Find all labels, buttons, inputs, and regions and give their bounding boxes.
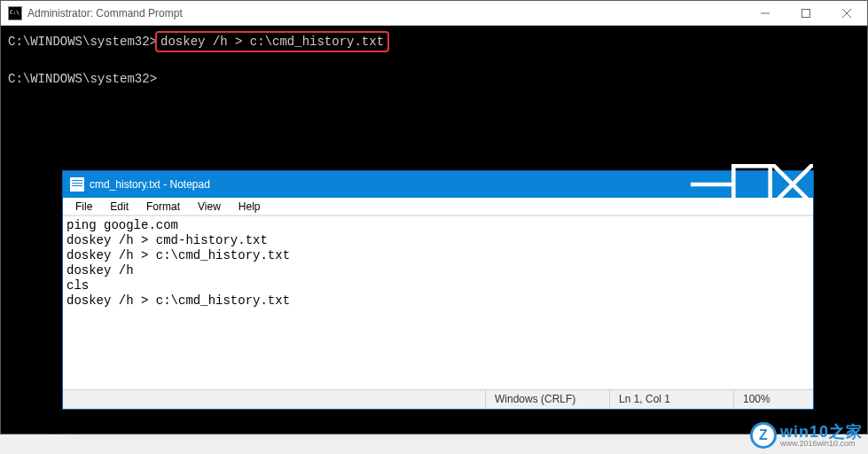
status-eol: Windows (CRLF) (485, 390, 609, 409)
status-cursor: Ln 1, Col 1 (609, 390, 733, 409)
notepad-minimize-button[interactable] (691, 171, 731, 198)
cmd-titlebar[interactable]: Administrator: Command Prompt (1, 1, 867, 26)
cmd-close-button[interactable] (826, 1, 867, 25)
status-zoom: 100% (733, 390, 813, 409)
cmd-command-highlight: doskey /h > c:\cmd_history.txt (155, 31, 389, 52)
notepad-menubar: File Edit Format View Help (63, 198, 813, 215)
maximize-icon (802, 9, 810, 18)
cmd-terminal-body[interactable]: C:\WINDOWS\system32>doskey /h > c:\cmd_h… (1, 26, 867, 93)
cmd-title: Administrator: Command Prompt (27, 7, 745, 20)
notepad-title: cmd_history.txt - Notepad (90, 178, 691, 191)
watermark-sub: www.2016win10.com (780, 440, 863, 448)
notepad-maximize-button[interactable] (731, 171, 772, 198)
menu-edit[interactable]: Edit (101, 199, 137, 215)
menu-view[interactable]: View (189, 199, 230, 215)
cmd-app-icon (8, 6, 22, 20)
cmd-maximize-button[interactable] (786, 1, 826, 25)
statusbar-spacer (63, 390, 485, 409)
cmd-window-controls (745, 1, 867, 25)
notepad-window-controls (691, 171, 813, 198)
menu-format[interactable]: Format (137, 199, 189, 215)
notepad-textarea[interactable]: ping google.com doskey /h > cmd-history.… (63, 215, 813, 389)
menu-file[interactable]: File (66, 199, 101, 215)
notepad-titlebar[interactable]: cmd_history.txt - Notepad (63, 171, 813, 198)
svg-rect-1 (802, 9, 810, 17)
notepad-statusbar: Windows (CRLF) Ln 1, Col 1 100% (63, 389, 813, 409)
cmd-prompt-path: C:\WINDOWS\system32> (8, 35, 157, 49)
notepad-close-button[interactable] (772, 171, 813, 198)
notepad-app-icon (70, 177, 84, 192)
notepad-window: cmd_history.txt - Notepad File Edit Form… (62, 170, 814, 410)
cmd-minimize-button[interactable] (745, 1, 786, 25)
cmd-prompt-2: C:\WINDOWS\system32> (8, 72, 157, 86)
watermark-logo: Z win10之家 www.2016win10.com (750, 422, 863, 449)
watermark-glyph: Z (750, 422, 777, 449)
close-icon (842, 9, 851, 18)
menu-help[interactable]: Help (230, 199, 270, 215)
watermark-text: win10之家 www.2016win10.com (780, 424, 863, 448)
watermark-main: win10之家 (780, 424, 863, 440)
cmd-command-text: doskey /h > c:\cmd_history.txt (160, 35, 384, 49)
minimize-icon (761, 9, 770, 18)
